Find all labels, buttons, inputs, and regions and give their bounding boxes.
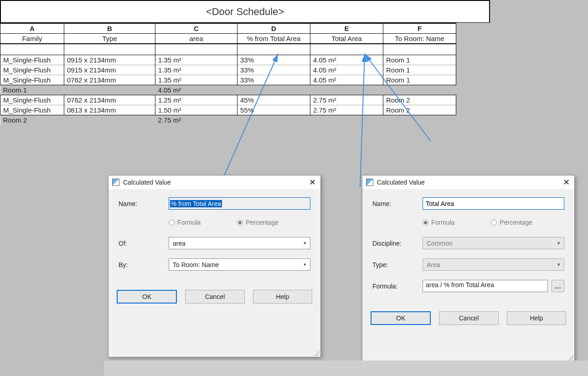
table-cell[interactable]: M_Single-Flush xyxy=(0,55,64,65)
radio-percentage: Percentage xyxy=(491,219,532,226)
table-cell[interactable]: 1.35 m² xyxy=(155,75,237,85)
help-button[interactable]: Help xyxy=(507,311,566,325)
spacer xyxy=(64,44,155,55)
column-header: B xyxy=(64,23,155,34)
summary-cell xyxy=(64,115,155,125)
chevron-down-icon: ▾ xyxy=(304,240,306,246)
column-header: area xyxy=(155,34,237,44)
column-header: % from Total Area xyxy=(237,34,310,44)
calculated-value-dialog-formula: Calculated Value ✕ Name: Formula Percent… xyxy=(362,175,575,362)
close-icon[interactable]: ✕ xyxy=(309,178,316,186)
column-header: Family xyxy=(0,34,64,44)
table-cell[interactable]: 45% xyxy=(237,95,310,105)
column-header: E xyxy=(310,23,383,34)
table-cell[interactable]: M_Single-Flush xyxy=(0,75,64,85)
resize-grip[interactable] xyxy=(314,350,320,356)
table-cell[interactable]: 4.05 m² xyxy=(310,55,383,65)
radio-formula: Formula xyxy=(169,219,201,226)
spacer xyxy=(0,44,64,55)
table-cell[interactable]: 33% xyxy=(237,75,310,85)
summary-cell: 4.05 m² xyxy=(155,85,237,95)
column-header: F xyxy=(383,23,456,34)
table-cell[interactable]: Room 1 xyxy=(383,55,456,65)
ok-button[interactable]: OK xyxy=(371,311,431,325)
by-combo[interactable]: To Room: Name ▾ xyxy=(169,258,310,271)
table-cell[interactable]: Room 2 xyxy=(383,105,456,115)
table-cell[interactable]: 4.05 m² xyxy=(310,65,383,75)
calculated-value-dialog-percentage: Calculated Value ✕ Name: % from Total Ar… xyxy=(108,175,321,357)
help-button[interactable]: Help xyxy=(253,290,312,304)
summary-cell: 2.75 m² xyxy=(155,115,237,125)
name-input[interactable]: % from Total Area xyxy=(169,197,310,210)
schedule-table[interactable]: ABCDEFFamilyTypearea% from Total AreaTot… xyxy=(0,23,456,125)
table-cell[interactable]: 33% xyxy=(237,55,310,65)
of-label: Of: xyxy=(119,240,169,247)
summary-cell xyxy=(64,85,155,95)
dialog-icon xyxy=(112,179,119,186)
radio-formula: Formula xyxy=(423,219,454,226)
ok-button[interactable]: OK xyxy=(117,290,177,304)
chevron-down-icon: ▾ xyxy=(557,240,560,246)
cancel-button[interactable]: Cancel xyxy=(185,290,244,304)
table-cell[interactable]: Room 1 xyxy=(383,65,456,75)
dialog-title: Calculated Value xyxy=(377,179,425,186)
table-cell[interactable]: 1.25 m² xyxy=(155,95,237,105)
chevron-down-icon: ▾ xyxy=(304,262,306,268)
table-cell[interactable]: 1.50 m² xyxy=(155,105,237,115)
formula-label: Formula: xyxy=(372,283,423,290)
discipline-label: Discipline: xyxy=(372,240,423,247)
discipline-combo: Common ▾ xyxy=(423,237,564,249)
spacer xyxy=(155,44,237,55)
dialog-icon xyxy=(366,179,373,186)
discipline-combo-value: Common xyxy=(427,240,453,247)
spacer xyxy=(310,44,383,55)
spacer xyxy=(237,44,310,55)
table-cell[interactable]: M_Single-Flush xyxy=(0,105,64,115)
table-cell[interactable]: 1.35 m² xyxy=(155,65,237,75)
table-cell[interactable]: Room 1 xyxy=(383,75,456,85)
table-cell[interactable]: 1.35 m² xyxy=(155,55,237,65)
type-label: Type: xyxy=(372,261,423,268)
close-icon[interactable]: ✕ xyxy=(563,178,570,186)
name-input[interactable] xyxy=(423,197,564,210)
table-cell[interactable]: 0915 x 2134mm xyxy=(64,65,155,75)
summary-cell: Room 1 xyxy=(0,85,64,95)
door-schedule: <Door Schedule> ABCDEFFamilyTypearea% fr… xyxy=(0,0,490,125)
table-cell[interactable]: 0762 x 2134mm xyxy=(64,95,155,105)
dialog-title: Calculated Value xyxy=(123,179,171,186)
summary-cell xyxy=(237,85,310,95)
radio-percentage: Percentage xyxy=(237,219,279,226)
resize-grip[interactable] xyxy=(568,355,573,361)
table-cell[interactable]: 0915 x 2134mm xyxy=(64,55,155,65)
column-header: Type xyxy=(64,34,155,44)
formula-input[interactable]: area / % from Total Area xyxy=(423,280,548,292)
by-label: By: xyxy=(119,261,169,268)
of-combo-value: area xyxy=(173,240,186,247)
spacer xyxy=(383,44,456,55)
schedule-title: <Door Schedule> xyxy=(0,0,490,23)
table-cell[interactable]: 33% xyxy=(237,65,310,75)
table-cell[interactable]: M_Single-Flush xyxy=(0,65,64,75)
formula-browse-button[interactable]: ... xyxy=(552,280,564,292)
table-cell[interactable]: Room 2 xyxy=(383,95,456,105)
summary-cell xyxy=(310,85,383,95)
summary-cell xyxy=(237,115,310,125)
column-header: D xyxy=(237,23,310,34)
name-input-value: % from Total Area xyxy=(170,200,222,207)
summary-cell xyxy=(383,115,456,125)
table-cell[interactable]: 2.75 m² xyxy=(310,105,383,115)
column-header: Total Area xyxy=(310,34,383,44)
of-combo[interactable]: area ▾ xyxy=(169,237,310,249)
column-header: To Room: Name xyxy=(383,34,456,44)
table-cell[interactable]: 0813 x 2134mm xyxy=(64,105,155,115)
name-label: Name: xyxy=(372,200,423,207)
table-cell[interactable]: 4.05 m² xyxy=(310,75,383,85)
table-cell[interactable]: M_Single-Flush xyxy=(0,95,64,105)
table-cell[interactable]: 55% xyxy=(237,105,310,115)
cancel-button[interactable]: Cancel xyxy=(439,311,498,325)
table-cell[interactable]: 0762 x 2134mm xyxy=(64,75,155,85)
by-combo-value: To Room: Name xyxy=(173,261,219,268)
type-combo: Area ▾ xyxy=(423,258,564,271)
table-cell[interactable]: 2.75 m² xyxy=(310,95,383,105)
summary-cell xyxy=(310,115,383,125)
